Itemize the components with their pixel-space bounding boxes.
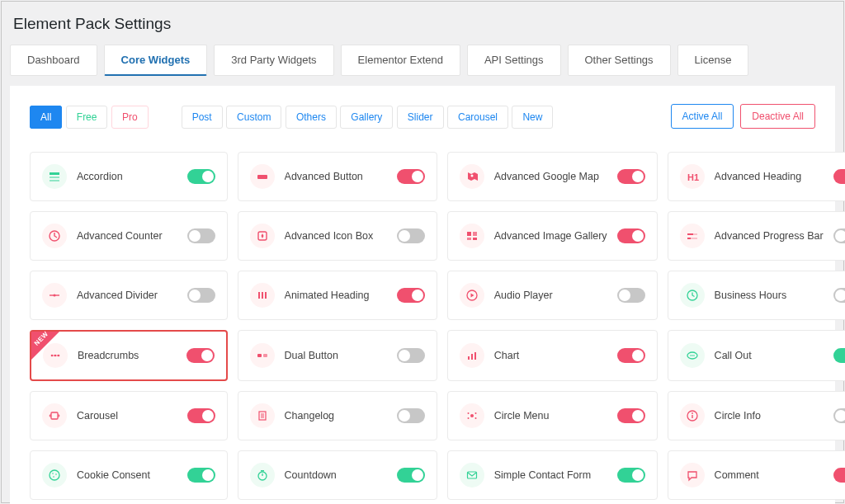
toggle-business-hours[interactable]	[833, 288, 845, 303]
toggle-chart[interactable]	[617, 348, 645, 363]
toggle-advanced-icon-box[interactable]	[397, 228, 425, 243]
widget-label: Breadcrumbs	[78, 350, 177, 361]
iconbox-icon	[250, 224, 275, 248]
svg-point-52	[55, 473, 57, 475]
widget-card-advanced-button: Advanced Button	[238, 152, 437, 201]
deactive-all-button[interactable]: Deactive All	[740, 104, 815, 129]
toggle-advanced-image-gallery[interactable]	[617, 228, 645, 243]
svg-point-50	[50, 470, 59, 480]
progress-icon	[680, 224, 705, 248]
widget-label: Audio Player	[494, 290, 607, 301]
active-all-button[interactable]: Active All	[671, 104, 734, 129]
svg-rect-3	[257, 175, 267, 179]
widget-label: Simple Contact Form	[494, 469, 607, 481]
toggle-advanced-google-map[interactable]	[617, 169, 645, 184]
heading-icon: H1	[680, 164, 705, 189]
widget-card-advanced-heading: H1Advanced Heading	[668, 152, 845, 201]
accordion-icon	[42, 164, 67, 189]
svg-rect-19	[262, 292, 263, 299]
widget-label: Countdown	[285, 469, 387, 481]
toggle-dual-button[interactable]	[397, 348, 425, 363]
svg-point-51	[52, 473, 54, 474]
toggle-call-out[interactable]	[833, 348, 845, 363]
countdown-icon	[250, 463, 275, 488]
widget-label: Animated Heading	[285, 290, 387, 301]
clock-icon	[680, 283, 705, 308]
tab-core[interactable]: Core Widgets	[104, 45, 208, 76]
toggle-circle-info[interactable]	[833, 408, 845, 423]
toggle-breadcrumbs[interactable]	[186, 348, 215, 363]
widget-card-advanced-counter: Advanced Counter	[30, 211, 228, 261]
filter-post[interactable]: Post	[182, 106, 223, 129]
widget-card-chart: Chart	[447, 330, 658, 381]
widget-card-cookie-consent: Cookie Consent	[30, 450, 228, 500]
toggle-advanced-counter[interactable]	[187, 228, 215, 243]
tab-extend[interactable]: Elementor Extend	[341, 45, 460, 76]
filter-all[interactable]: All	[30, 106, 62, 129]
svg-rect-31	[471, 354, 473, 360]
widget-card-breadcrumbs: NEWBreadcrumbs	[30, 330, 228, 381]
svg-rect-0	[50, 172, 59, 175]
toggle-cookie-consent[interactable]	[187, 468, 215, 483]
toggle-circle-menu[interactable]	[617, 408, 645, 423]
widget-label: Accordion	[77, 171, 177, 182]
svg-point-53	[53, 476, 54, 478]
svg-rect-30	[468, 356, 470, 360]
filter-others[interactable]: Others	[286, 106, 337, 129]
button-icon	[250, 164, 275, 189]
filter-free[interactable]: Free	[66, 106, 108, 129]
toggle-advanced-heading[interactable]	[833, 169, 845, 184]
comment-icon	[680, 463, 705, 488]
tab-dashboard[interactable]: Dashboard	[10, 45, 97, 76]
widget-label: Advanced Image Gallery	[494, 230, 607, 242]
toggle-advanced-progress-bar[interactable]	[833, 228, 845, 243]
svg-point-43	[467, 412, 469, 414]
toggle-audio-player[interactable]	[617, 288, 645, 303]
filter-new[interactable]: New	[512, 106, 553, 129]
filter-carousel[interactable]: Carousel	[447, 106, 508, 129]
tab-api[interactable]: API Settings	[467, 45, 561, 76]
svg-rect-10	[467, 238, 471, 240]
widget-label: Advanced Heading	[715, 171, 824, 182]
toggle-comment[interactable]	[833, 468, 845, 483]
filter-slider[interactable]: Slider	[397, 106, 444, 129]
widget-card-carousel: Carousel	[30, 391, 228, 440]
tab-license[interactable]: License	[677, 45, 749, 76]
widget-card-business-hours: Business Hours	[668, 271, 845, 320]
settings-wrapper: Element Pack Settings DashboardCore Widg…	[1, 1, 844, 503]
toggle-changelog[interactable]	[397, 408, 425, 423]
svg-rect-18	[258, 292, 260, 299]
tab-other[interactable]: Other Settings	[568, 45, 671, 76]
counter-icon	[42, 224, 67, 248]
audio-icon	[460, 283, 484, 308]
widget-label: Chart	[494, 350, 607, 361]
toggle-countdown[interactable]	[397, 468, 425, 483]
gallery-icon	[460, 224, 484, 248]
widget-label: Comment	[715, 469, 824, 481]
svg-rect-28	[257, 354, 262, 357]
filter-pro[interactable]: Pro	[111, 106, 149, 129]
toggle-advanced-button[interactable]	[397, 169, 425, 184]
core-widgets-panel: All Free Pro Post Custom Others Gallery …	[10, 86, 835, 504]
tab-third[interactable]: 3rd Party Widgets	[214, 45, 333, 76]
widget-card-circle-info: Circle Info	[668, 391, 845, 440]
toggle-carousel[interactable]	[187, 408, 215, 423]
widget-card-advanced-image-gallery: Advanced Image Gallery	[447, 211, 658, 261]
widget-card-comment: Comment	[668, 450, 845, 500]
svg-rect-13	[687, 233, 693, 235]
filter-custom[interactable]: Custom	[226, 106, 281, 129]
svg-point-42	[470, 414, 474, 417]
widget-label: Advanced Button	[285, 171, 387, 182]
toggle-animated-heading[interactable]	[397, 288, 425, 303]
svg-rect-32	[474, 352, 476, 360]
toggle-simple-contact-form[interactable]	[617, 468, 645, 483]
filter-gallery[interactable]: Gallery	[340, 106, 393, 129]
tabs-nav: DashboardCore Widgets3rd Party WidgetsEl…	[10, 45, 835, 76]
svg-rect-2	[50, 180, 59, 181]
svg-rect-1	[50, 177, 59, 178]
toggle-advanced-divider[interactable]	[187, 288, 215, 303]
toggle-accordion[interactable]	[187, 169, 215, 184]
svg-point-44	[474, 412, 476, 414]
widget-card-audio-player: Audio Player	[447, 271, 658, 320]
widgets-grid: AccordionAdvanced ButtonAdvanced Google …	[30, 152, 815, 504]
